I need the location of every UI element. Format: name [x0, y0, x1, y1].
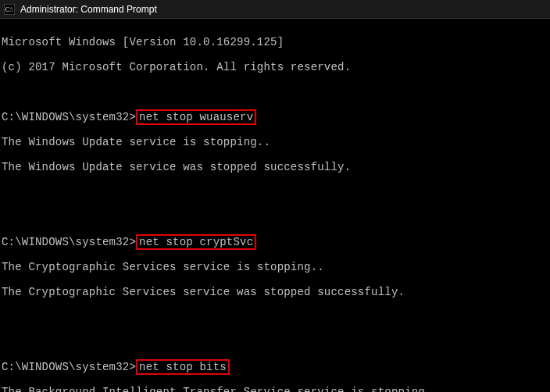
command-line: C:\WINDOWS\system32>net stop cryptSvc [2, 236, 548, 248]
command-line: C:\WINDOWS\system32>net stop bits [2, 361, 548, 373]
command-highlight: net stop bits [136, 359, 230, 375]
command-highlight: net stop wuauserv [136, 109, 256, 125]
blank-line [2, 86, 548, 98]
output-line: The Windows Update service was stopped s… [2, 161, 548, 173]
output-line: The Cryptographic Services service was s… [2, 286, 548, 298]
blank-line [2, 211, 548, 223]
blank-line [2, 311, 548, 323]
window-titlebar: C:\ Administrator: Command Prompt [0, 0, 550, 19]
svg-text:C:\: C:\ [5, 5, 13, 12]
terminal-output[interactable]: Microsoft Windows [Version 10.0.16299.12… [0, 19, 550, 392]
window-title: Administrator: Command Prompt [20, 4, 157, 15]
cmd-icon: C:\ [3, 3, 16, 16]
blank-line [2, 336, 548, 348]
prompt: C:\WINDOWS\system32> [2, 361, 136, 373]
output-line: The Cryptographic Services service is st… [2, 261, 548, 273]
copyright-line: (c) 2017 Microsoft Corporation. All righ… [2, 61, 548, 73]
command-line: C:\WINDOWS\system32>net stop wuauserv [2, 111, 548, 123]
version-line: Microsoft Windows [Version 10.0.16299.12… [2, 36, 548, 48]
output-line: The Background Intelligent Transfer Serv… [2, 386, 548, 392]
command-highlight: net stop cryptSvc [136, 234, 256, 250]
blank-line [2, 186, 548, 198]
output-line: The Windows Update service is stopping.. [2, 136, 548, 148]
prompt: C:\WINDOWS\system32> [2, 111, 136, 123]
prompt: C:\WINDOWS\system32> [2, 236, 136, 248]
